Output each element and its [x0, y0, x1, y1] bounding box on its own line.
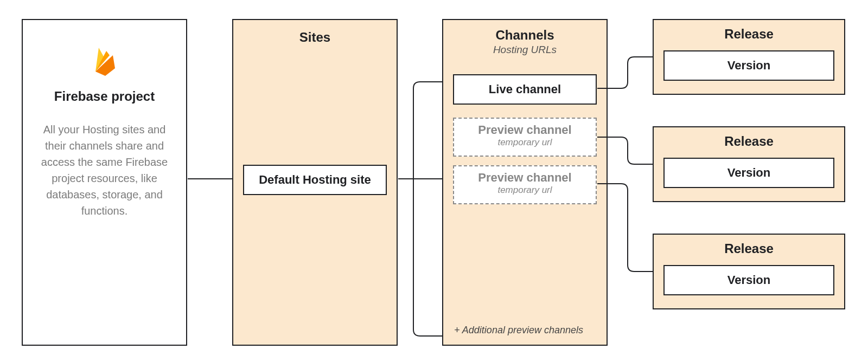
channels-card: Channels Hosting URLs Live channel Previ… — [442, 19, 608, 346]
sites-title: Sites — [233, 30, 397, 45]
preview-channel-2-title: Preview channel — [454, 171, 596, 185]
live-channel-label: Live channel — [489, 82, 561, 96]
firebase-project-card: Firebase project All your Hosting sites … — [22, 19, 187, 346]
preview-channel-1-sub: temporary url — [454, 137, 596, 148]
preview-channel-2-sub: temporary url — [454, 185, 596, 196]
release-title-2: Release — [654, 241, 844, 256]
channels-subtitle: Hosting URLs — [443, 44, 607, 56]
connector-sites-to-channels — [398, 82, 442, 336]
version-box-1: Version — [663, 158, 834, 188]
release-card-2: Release Version — [653, 234, 845, 309]
version-label-0: Version — [727, 59, 770, 73]
live-channel: Live channel — [453, 74, 597, 105]
release-card-0: Release Version — [653, 19, 845, 95]
preview-channel-2: Preview channel temporary url — [453, 165, 597, 204]
project-title: Firebase project — [23, 89, 186, 104]
firebase-logo-icon — [23, 44, 186, 80]
version-box-2: Version — [663, 265, 834, 295]
default-hosting-site: Default Hosting site — [243, 165, 387, 195]
version-box-0: Version — [663, 50, 834, 81]
release-title-0: Release — [654, 27, 844, 42]
release-title-1: Release — [654, 134, 844, 149]
project-description: All your Hosting sites and their channel… — [38, 121, 171, 219]
release-card-1: Release Version — [653, 126, 845, 202]
sites-card: Sites Default Hosting site — [232, 19, 398, 346]
version-label-1: Version — [727, 166, 770, 180]
default-hosting-site-label: Default Hosting site — [259, 173, 371, 187]
channels-title: Channels — [443, 28, 607, 43]
channels-footer-note: + Additional preview channels — [454, 325, 583, 336]
preview-channel-1-title: Preview channel — [454, 123, 596, 137]
version-label-2: Version — [727, 273, 770, 287]
preview-channel-1: Preview channel temporary url — [453, 118, 597, 157]
